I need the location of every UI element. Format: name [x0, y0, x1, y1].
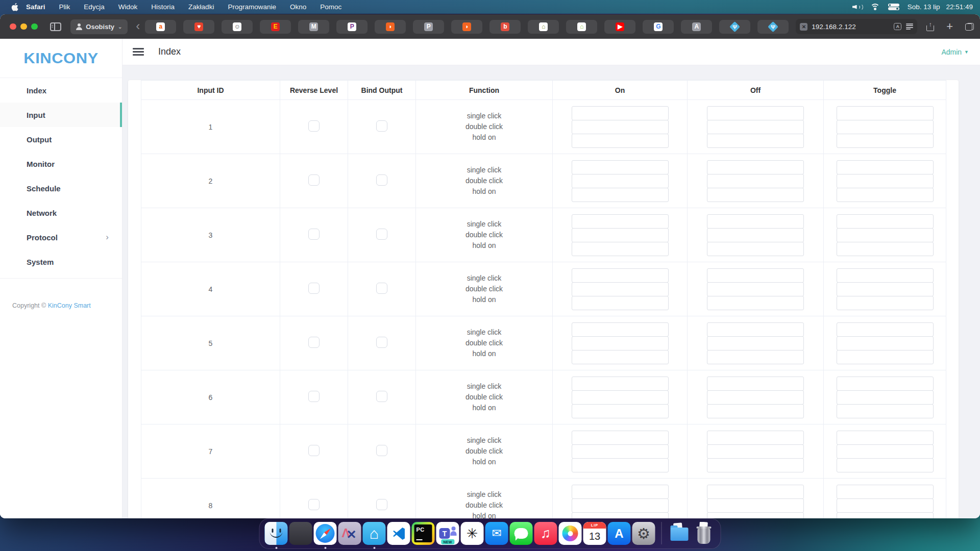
off-input-3[interactable] [707, 134, 804, 148]
menu-bar-item[interactable]: Programowanie [228, 3, 276, 11]
off-input-1[interactable] [707, 268, 804, 283]
reverse-level-checkbox[interactable] [308, 229, 320, 240]
sidebar-item-input[interactable]: Input [0, 103, 122, 127]
favorite-house-green[interactable]: ⌂ [566, 20, 597, 34]
dock-item-teams[interactable]: TNEW [436, 522, 459, 545]
dock-item-app-store[interactable]: A [608, 522, 631, 545]
off-input-2[interactable] [707, 282, 804, 296]
off-input-1[interactable] [707, 322, 804, 337]
dock-item-vscode[interactable] [387, 522, 410, 545]
favorite-usb-blue-2[interactable]: Ψ [757, 20, 789, 34]
toggle-input-1[interactable] [837, 431, 934, 445]
on-input-2[interactable] [572, 336, 669, 350]
off-input-3[interactable] [707, 188, 804, 202]
on-input-3[interactable] [572, 296, 669, 310]
sidebar-item-network[interactable]: Network [0, 201, 122, 225]
favorite-e-red-yellow[interactable]: E [260, 20, 291, 34]
toggle-input-1[interactable] [837, 485, 934, 499]
on-input-1[interactable] [572, 106, 669, 120]
dock-item-finder[interactable] [265, 522, 288, 545]
favorite-allegro[interactable]: a [145, 20, 176, 34]
dock-item-messages[interactable] [510, 522, 533, 545]
off-input-2[interactable] [707, 498, 804, 513]
off-input-1[interactable] [707, 106, 804, 120]
favorite-b-red[interactable]: b [489, 20, 521, 34]
toggle-input-3[interactable] [837, 188, 934, 202]
off-input-2[interactable] [707, 390, 804, 405]
off-input-3[interactable] [707, 512, 804, 519]
toggle-input-3[interactable] [837, 242, 934, 256]
reverse-level-checkbox[interactable] [308, 445, 320, 456]
wifi-icon[interactable] [870, 4, 880, 11]
sidebar-item-index[interactable]: Index [0, 78, 122, 103]
on-input-1[interactable] [572, 485, 669, 499]
favorite-google[interactable]: G [643, 20, 674, 34]
bind-output-checkbox[interactable] [376, 391, 387, 402]
favorite-p-gray[interactable]: P [413, 20, 444, 34]
toggle-input-2[interactable] [837, 390, 934, 405]
on-input-2[interactable] [572, 174, 669, 188]
favorite-m-gray[interactable]: M [298, 20, 329, 34]
on-input-2[interactable] [572, 282, 669, 296]
on-input-3[interactable] [572, 242, 669, 256]
back-button[interactable]: ‹ [136, 20, 140, 32]
minimize-window-button[interactable] [20, 23, 27, 30]
off-input-1[interactable] [707, 377, 804, 391]
on-input-1[interactable] [572, 431, 669, 445]
dock-item-mail[interactable]: ✉ [485, 522, 508, 545]
reverse-level-checkbox[interactable] [308, 337, 320, 348]
volume-icon[interactable] [852, 4, 862, 11]
tab-overview-icon[interactable] [965, 23, 974, 31]
dock-item-launchpad[interactable] [289, 522, 312, 545]
toggle-input-2[interactable] [837, 336, 934, 350]
bind-output-checkbox[interactable] [376, 174, 387, 186]
on-input-2[interactable] [572, 498, 669, 513]
reverse-level-checkbox[interactable] [308, 174, 320, 186]
bind-output-checkbox[interactable] [376, 120, 387, 132]
dock-item-pycharm[interactable]: PC [412, 522, 435, 545]
dock-item-calendar[interactable]: LIP13 [583, 522, 606, 545]
favorite-usb-blue[interactable]: Ψ [719, 20, 750, 34]
off-input-2[interactable] [707, 174, 804, 188]
favorite-a-gray[interactable]: A [681, 20, 712, 34]
on-input-1[interactable] [572, 214, 669, 229]
dock-item-home-assistant[interactable]: ⌂ [363, 522, 386, 545]
zoom-window-button[interactable] [31, 23, 38, 30]
toggle-input-1[interactable] [837, 160, 934, 174]
dock-item-trash[interactable] [693, 522, 716, 545]
dock-item-music[interactable]: ♫ [534, 522, 557, 545]
bind-output-checkbox[interactable] [376, 499, 387, 510]
on-input-2[interactable] [572, 228, 669, 242]
menu-bar-item[interactable]: Plik [59, 3, 70, 11]
bind-output-checkbox[interactable] [376, 283, 387, 294]
favorite-youtube[interactable]: ▶ [604, 20, 635, 34]
bind-output-checkbox[interactable] [376, 337, 387, 348]
sidebar-item-monitor[interactable]: Monitor [0, 152, 122, 176]
off-input-1[interactable] [707, 214, 804, 229]
on-input-2[interactable] [572, 390, 669, 405]
dock-item-photos[interactable] [559, 522, 582, 545]
reader-icon[interactable] [906, 23, 913, 30]
hamburger-menu-icon[interactable] [133, 48, 144, 56]
dock-item-chatgpt[interactable]: ✳ [461, 522, 484, 545]
tab-group-button[interactable]: Osobisty ⌄ [70, 19, 128, 34]
on-input-1[interactable] [572, 160, 669, 174]
dock-item-safari[interactable] [314, 522, 337, 545]
dock-item-downloads-folder[interactable] [668, 522, 691, 545]
admin-menu[interactable]: Admin ▼ [941, 48, 969, 56]
off-input-2[interactable] [707, 120, 804, 134]
dock-item-app-ax[interactable]: Λ✕ [338, 522, 361, 545]
menu-bar-item[interactable]: Widok [118, 3, 138, 11]
menu-bar-item[interactable]: Pomoc [320, 3, 341, 11]
reverse-level-checkbox[interactable] [308, 283, 320, 294]
toggle-input-2[interactable] [837, 498, 934, 513]
on-input-3[interactable] [572, 404, 669, 418]
off-input-2[interactable] [707, 444, 804, 459]
toggle-input-3[interactable] [837, 512, 934, 519]
off-input-3[interactable] [707, 458, 804, 472]
on-input-2[interactable] [572, 120, 669, 134]
off-input-1[interactable] [707, 485, 804, 499]
off-input-2[interactable] [707, 336, 804, 350]
menu-bar-item[interactable]: Historia [151, 3, 175, 11]
toggle-input-1[interactable] [837, 268, 934, 283]
